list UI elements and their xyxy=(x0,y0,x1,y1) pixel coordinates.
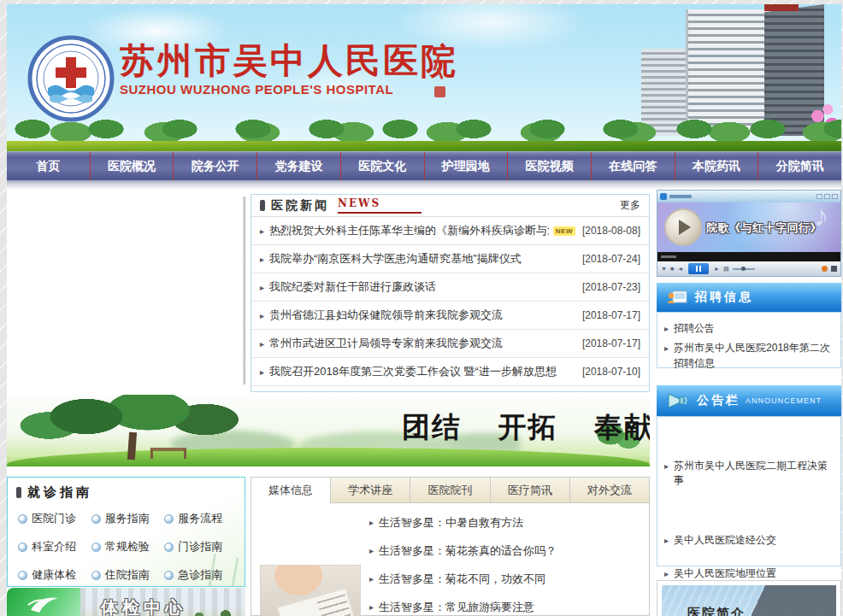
tab-media-info[interactable]: 媒体信息 xyxy=(251,478,331,502)
bench-decoration xyxy=(150,448,186,459)
arrow-icon: ▸ xyxy=(260,367,264,377)
news-item[interactable]: ▸ 热烈祝贺大外科主任陈革华主编的《新编外科疾病诊断与治 NEW [2018-0… xyxy=(251,217,649,245)
media-item[interactable]: ▸ 生活智多星：常见旅游病要注意 xyxy=(369,593,649,616)
announcement-item[interactable]: ▸ 苏州市吴中人民医院二期工程决策事 xyxy=(664,456,834,491)
media-tab-box: 媒体信息 学术讲座 医院院刊 医疗简讯 对外交流 ▸ 生活智多星：中暑自救有方法… xyxy=(251,477,650,616)
hospital-news-box: 医院新闻 NEWS 更多 ▸ 热烈祝贺大外科主任陈革华主编的《新编外科疾病诊断与… xyxy=(251,194,650,392)
tab-exchange[interactable]: 对外交流 xyxy=(570,478,649,502)
news-item[interactable]: ▸ 我院召开2018年度第三次党委工作会议 暨“进一步解放思想 [2018-07… xyxy=(251,358,649,386)
guide-link-service-guide[interactable]: 服务指南 xyxy=(91,511,165,526)
player-logo-icon xyxy=(660,193,667,200)
news-date: [2018-07-17] xyxy=(575,337,640,349)
circle-icon xyxy=(164,543,174,552)
guide-link-outpatient[interactable]: 医院门诊 xyxy=(18,511,91,526)
slogan-banner: 团结 开拓 奉献 xyxy=(7,395,650,466)
close-icon[interactable] xyxy=(832,194,838,199)
news-date: [2018-07-10] xyxy=(575,366,640,378)
nav-item-overview[interactable]: 医院概况 xyxy=(91,152,174,180)
tab-medical-brief[interactable]: 医疗简讯 xyxy=(491,478,570,502)
guide-title: 就诊指南 xyxy=(27,484,92,501)
nav-item-party[interactable]: 党务建设 xyxy=(257,152,341,180)
guide-link-service-flow[interactable]: 服务流程 xyxy=(164,511,238,526)
circle-icon xyxy=(91,543,101,552)
nav-item-qa[interactable]: 在线问答 xyxy=(592,152,675,180)
news-date: [2018-07-24] xyxy=(575,253,640,265)
new-badge: NEW xyxy=(553,226,575,236)
news-subtitle: NEWS xyxy=(338,197,422,214)
maximize-icon[interactable] xyxy=(824,194,830,199)
player-brand xyxy=(669,195,692,198)
exam-center-banner[interactable]: 体检中心 xyxy=(7,588,245,616)
media-list: ▸ 生活智多星：中暑自救有方法 ▸ 生活智多星：菊花茶真的适合你吗？ ▸ 生活智… xyxy=(369,503,649,616)
right-sidebar: ♪ 院歌《与红十字同行》 ▼ ■ ◄ ► ▤ xyxy=(657,190,841,616)
player-screen: ♪ 院歌《与红十字同行》 xyxy=(657,202,840,252)
next-icon[interactable]: ► xyxy=(714,266,720,272)
guide-link-checkup[interactable]: 健康体检 xyxy=(18,567,91,583)
previous-icon[interactable]: ◄ xyxy=(677,266,683,272)
media-item[interactable]: ▸ 生活智多星：菊花茶真的适合你吗？ xyxy=(369,537,649,565)
pause-button[interactable] xyxy=(688,263,709,274)
arrow-icon: ▸ xyxy=(369,602,374,612)
arrow-icon: ▸ xyxy=(664,535,669,548)
guide-link-inpatient[interactable]: 住院指南 xyxy=(91,567,165,583)
play-icon xyxy=(679,220,691,235)
news-item[interactable]: ▸ 我院举办“南京医科大学医患沟通研究基地”揭牌仪式 [2018-07-24] xyxy=(251,245,649,273)
arrow-icon: ▸ xyxy=(260,226,264,236)
news-item[interactable]: ▸ 贵州省德江县妇幼保健院领导前来我院参观交流 [2018-07-17] xyxy=(251,302,649,330)
minimize-icon[interactable] xyxy=(816,194,822,199)
hospital-logo-icon xyxy=(27,35,115,122)
media-item[interactable]: ▸ 生活智多星：中暑自救有方法 xyxy=(369,508,649,537)
guide-link-tests[interactable]: 常规检验 xyxy=(91,539,165,554)
guide-header: 就诊指南 xyxy=(8,478,245,502)
nav-item-branch[interactable]: 分院简讯 xyxy=(758,152,841,180)
guide-link-outpatient-guide[interactable]: 门诊指南 xyxy=(164,539,238,554)
news-more-link[interactable]: 更多 xyxy=(620,198,640,213)
guide-links: 医院门诊 服务指南 服务流程 科室介绍 常规检验 门诊指南 健康体检 住院指南 … xyxy=(8,502,245,583)
nav-item-pharmacy[interactable]: 本院药讯 xyxy=(675,152,759,180)
slideshow-panel xyxy=(7,190,245,391)
recruitment-item[interactable]: ▸ 招聘公告 xyxy=(664,319,834,338)
circle-icon xyxy=(91,571,101,580)
play-button[interactable] xyxy=(664,208,702,246)
newspaper-decoration xyxy=(277,588,361,616)
announcement-item[interactable]: ▸ 吴中人民医院途经公交 xyxy=(664,531,834,550)
nav-item-video[interactable]: 医院视频 xyxy=(508,152,592,180)
announcement-title: 公告栏 xyxy=(697,393,740,408)
arrow-icon: ▸ xyxy=(369,518,374,527)
nav-item-home[interactable]: 首页 xyxy=(7,152,91,180)
guide-link-departments[interactable]: 科室介绍 xyxy=(18,539,91,554)
announcement-box: ▸ 苏州市吴中人民医院二期工程决策事 ▸ 吴中人民医院途经公交 ▸ 吴中人民医院… xyxy=(657,416,841,566)
news-item[interactable]: ▸ 常州市武进区卫计局领导专家前来我院参观交流 [2018-07-17] xyxy=(251,330,649,358)
tab-lectures[interactable]: 学术讲座 xyxy=(331,478,410,502)
grass-decoration xyxy=(7,448,650,466)
volume-slider[interactable] xyxy=(733,268,755,270)
open-file-icon[interactable]: ▤ xyxy=(723,266,729,273)
arrow-icon: ▸ xyxy=(664,323,669,336)
signature-seal xyxy=(432,56,449,100)
header-banner: 苏州市吴中人民医院 SUZHOU WUZHONG PEOPLE'S HOSPIT… xyxy=(7,4,841,151)
grass-strip xyxy=(7,141,841,151)
fullscreen-icon[interactable] xyxy=(831,266,837,272)
bullet-icon xyxy=(260,200,265,211)
bird-icon xyxy=(27,593,61,615)
nav-item-culture[interactable]: 医院文化 xyxy=(341,152,425,180)
arrow-icon: ▸ xyxy=(664,461,669,489)
recruitment-item[interactable]: ▸ 苏州市吴中人民医院2018年第二次招聘信息 xyxy=(664,338,834,373)
tab-journal[interactable]: 医院院刊 xyxy=(410,478,490,502)
nav-item-affairs[interactable]: 院务公开 xyxy=(174,152,257,180)
arrow-icon: ▸ xyxy=(664,343,669,371)
megaphone-icon xyxy=(667,393,689,408)
nav-item-nursing[interactable]: 护理园地 xyxy=(425,152,509,180)
visit-guide-box: 就诊指南 医院门诊 服务指南 服务流程 科室介绍 常规检验 门诊指南 健康体检 … xyxy=(7,477,245,587)
video-player: ♪ 院歌《与红十字同行》 ▼ ■ ◄ ► ▤ xyxy=(657,190,841,277)
arrow-icon: ▸ xyxy=(260,339,264,349)
slogan-word: 团结 xyxy=(402,410,462,443)
media-item[interactable]: ▸ 生活智多星：菊花不同，功效不同 xyxy=(369,565,649,593)
playlist-toggle-icon[interactable]: ▼ xyxy=(661,266,667,272)
stop-icon[interactable]: ■ xyxy=(670,266,674,272)
hospital-intro-box[interactable]: 医院简介 xyxy=(657,580,841,616)
site-title-en: SUZHOU WUZHONG PEOPLE'S HOSPITAL xyxy=(120,82,458,97)
record-icon[interactable] xyxy=(822,266,828,272)
news-item[interactable]: ▸ 我院纪委对新任干部进行廉政谈话 [2018-07-23] xyxy=(251,273,649,302)
news-title: 医院新闻 xyxy=(271,198,329,214)
